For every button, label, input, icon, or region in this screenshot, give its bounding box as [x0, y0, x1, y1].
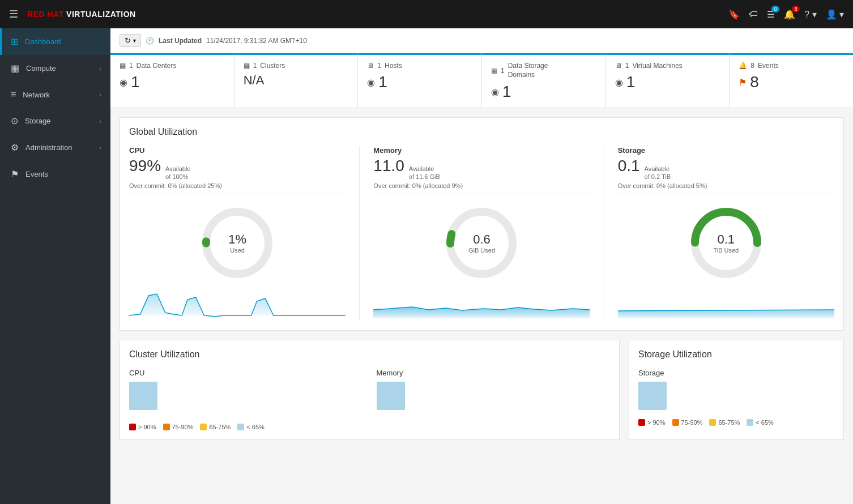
sc-flag-icon: ⚑ [739, 77, 747, 88]
su-legend-label-75: 75-90% [681, 419, 703, 426]
sc-value-data-centers: ◉ 1 [120, 73, 225, 91]
storage-icon: ⊙ [11, 116, 18, 126]
cluster-legend: > 90% 75-90% 65-75% < 65% [129, 424, 610, 430]
sidebar-label-storage: Storage [25, 117, 99, 125]
nav-icons: 🔖 🏷 ☰ 0 🔔 8 ? ▾ 👤 ▾ [728, 9, 844, 20]
legend-item-lt65: < 65% [237, 424, 265, 430]
memory-donut-center: 0.6 GiB Used [468, 232, 495, 254]
cu-memory-box [377, 382, 405, 410]
dashboard-icon: ⊞ [11, 36, 18, 47]
cpu-numbers: 99% Available of 100% [129, 157, 346, 181]
su-legend-item-lt65: < 65% [747, 419, 774, 426]
cu-cpu-box [129, 382, 157, 410]
vms-icon: 🖥 [615, 62, 622, 70]
summary-card-data-storage-domains[interactable]: ▦ 1 Data StorageDomains ◉ 1 [482, 53, 606, 108]
summary-cards: ▦ 1 Data Centers ◉ 1 ▦ 1 Clusters N/A [110, 53, 853, 108]
hamburger-menu[interactable]: ☰ [9, 8, 18, 20]
legend-dot-orange [163, 424, 170, 430]
sidebar-item-compute[interactable]: ▦ Compute › [0, 55, 110, 82]
user-button[interactable]: 👤 ▾ [826, 9, 844, 20]
refresh-icon: ↻ [125, 36, 131, 45]
storage-donut-label: TiB Used [713, 247, 739, 254]
bell-badge: 8 [792, 6, 800, 12]
events-icon: ⚑ [11, 169, 19, 180]
legend-dot-red [129, 424, 136, 430]
legend-label-65: 65-75% [209, 424, 231, 430]
sc-title-events: 🔔 8 Events [739, 62, 844, 70]
cpu-overcommit: Over commit: 0% (allocated 25%) [129, 182, 346, 189]
cpu-donut-center: 1% Used [228, 232, 246, 254]
sidebar-label-compute: Compute [26, 64, 99, 72]
cu-memory-title: Memory [377, 369, 611, 377]
summary-card-clusters[interactable]: ▦ 1 Clusters N/A [234, 53, 359, 108]
cpu-donut-value: 1% [228, 232, 246, 247]
legend-item-90: > 90% [129, 424, 156, 430]
storage-utilization-panel: Storage Utilization Storage > 90% 75-90% [629, 340, 844, 440]
list-badge: 0 [771, 6, 779, 12]
storage-sparkline [618, 287, 834, 321]
summary-card-data-centers[interactable]: ▦ 1 Data Centers ◉ 1 [110, 53, 234, 108]
storage-donut-value: 0.1 [713, 232, 739, 247]
sc-number-hosts: 1 [378, 73, 387, 91]
su-legend-label-90: > 90% [647, 419, 666, 426]
su-legend-dot-orange [672, 419, 679, 426]
legend-dot-yellow [200, 424, 207, 430]
summary-card-hosts[interactable]: 🖥 1 Hosts ◉ 1 [358, 53, 482, 108]
chevron-right-icon: › [99, 65, 101, 72]
cpu-sparkline [129, 287, 346, 321]
summary-card-events[interactable]: 🔔 8 Events ⚑ 8 [730, 53, 853, 108]
legend-item-75: 75-90% [163, 424, 194, 430]
data-centers-icon: ▦ [120, 62, 126, 70]
sidebar-label-events: Events [25, 170, 101, 178]
sc-number-storage-domains: 1 [502, 83, 511, 101]
su-legend-dot-red [638, 419, 645, 426]
storage-donut: 0.1 TiB Used [686, 203, 766, 283]
hosts-icon: 🖥 [367, 62, 374, 70]
memory-sparkline [373, 287, 590, 321]
main-layout: ⊞ Dashboard ▦ Compute › ≡ Network › ⊙ St… [0, 28, 853, 504]
sc-title-clusters: ▦ 1 Clusters [244, 62, 349, 70]
sc-value-clusters: N/A [244, 73, 349, 88]
summary-card-virtual-machines[interactable]: 🖥 1 Virtual Machines ◉ 1 [606, 53, 730, 108]
help-button[interactable]: ? ▾ [804, 9, 816, 20]
memory-util-section: Memory 11.0 Available of 11.6 GiB Over c… [373, 146, 604, 321]
sidebar-item-storage[interactable]: ⊙ Storage › [0, 108, 110, 134]
clusters-icon: ▦ [244, 62, 250, 70]
util-row: CPU 99% Available of 100% Over commit: 0… [129, 146, 834, 321]
admin-icon: ⚙ [11, 142, 19, 153]
su-legend-item-75: 75-90% [672, 419, 703, 426]
sidebar-item-dashboard[interactable]: ⊞ Dashboard [0, 28, 110, 55]
cpu-sub: Available of 100% [165, 165, 190, 181]
sc-number-vms: 1 [626, 73, 636, 91]
last-updated-label: Last Updated [159, 37, 202, 45]
refresh-button[interactable]: ↻ ▾ [120, 34, 141, 47]
cpu-donut-container: 1% Used [129, 203, 346, 283]
su-legend-item-90: > 90% [638, 419, 666, 426]
sc-value-hosts: ◉ 1 [367, 73, 472, 91]
sidebar-item-events[interactable]: ⚑ Events [0, 161, 110, 187]
cpu-title: CPU [129, 146, 346, 155]
cluster-utilization-panel: Cluster Utilization CPU Memory [120, 340, 620, 440]
cu-cpu-title: CPU [129, 369, 363, 377]
sc-count-data-centers: 1 [129, 62, 133, 70]
su-legend-label-65: 65-75% [718, 419, 740, 426]
storage-legend: > 90% 75-90% 65-75% < 65% [638, 419, 834, 426]
global-utilization-panel: Global Utilization CPU 99% Available of … [120, 117, 844, 331]
storage-donut-center: 0.1 TiB Used [713, 232, 739, 254]
sc-na-clusters: N/A [244, 73, 265, 88]
chevron-right-icon: › [99, 118, 101, 125]
tags-icon[interactable]: 🏷 [749, 9, 758, 19]
sc-status-icon-storage-domains: ◉ [491, 87, 499, 97]
memory-donut-value: 0.6 [468, 232, 495, 247]
clock-icon: 🕐 [146, 37, 154, 45]
content-topbar: ↻ ▾ 🕐 Last Updated 11/24/2017, 9:31:32 A… [110, 28, 853, 53]
data-storage-icon: ▦ [491, 67, 497, 75]
bell-icon[interactable]: 🔔 8 [784, 9, 795, 20]
sidebar-item-administration[interactable]: ⚙ Administration › [0, 134, 110, 161]
global-utilization-title: Global Utilization [129, 127, 834, 137]
refresh-dropdown-arrow: ▾ [133, 37, 136, 44]
list-icon[interactable]: ☰ 0 [767, 9, 775, 20]
sidebar-item-network[interactable]: ≡ Network › [0, 82, 110, 108]
bookmark-icon[interactable]: 🔖 [728, 9, 740, 20]
content-body: Global Utilization CPU 99% Available of … [110, 108, 853, 449]
